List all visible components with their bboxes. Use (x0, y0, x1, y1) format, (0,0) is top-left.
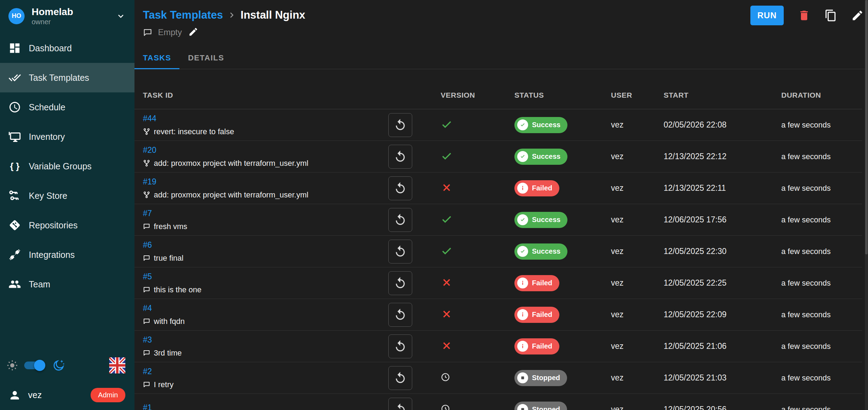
tab-label: TASKS (143, 53, 171, 63)
rerun-task-button[interactable] (388, 366, 412, 390)
task-id-link[interactable]: #5 (143, 272, 152, 281)
replay-icon (394, 150, 407, 163)
user-menu[interactable]: vez Admin (0, 380, 134, 410)
clock-icon (441, 372, 450, 382)
tab-details[interactable]: DETAILS (179, 47, 232, 69)
sidebar-item-inventory[interactable]: Inventory (0, 122, 134, 151)
task-duration: a few seconds (772, 215, 862, 224)
rerun-task-button[interactable] (388, 208, 412, 232)
copy-template-button[interactable] (824, 9, 837, 22)
task-start: 12/05/2025 22:09 (655, 310, 772, 319)
replay-icon (394, 340, 407, 353)
task-message: revert: insecure to false (154, 127, 234, 136)
comment-icon (143, 286, 150, 293)
replay-icon (394, 213, 407, 227)
sidebar-item-label: Variable Groups (29, 161, 92, 171)
check-icon (441, 213, 453, 225)
run-button[interactable]: RUN (750, 6, 784, 25)
task-id-link[interactable]: #19 (143, 177, 156, 187)
task-id-link[interactable]: #44 (143, 114, 156, 123)
status-badge: Failed (514, 180, 559, 196)
tab-tasks[interactable]: TASKS (134, 47, 179, 69)
delete-template-button[interactable] (798, 9, 810, 22)
cross-icon (441, 340, 453, 352)
status-badge: Failed (514, 338, 559, 354)
sidebar-item-variable-groups[interactable]: Variable Groups (0, 151, 134, 181)
task-user: vez (602, 215, 655, 224)
task-duration: a few seconds (772, 247, 862, 256)
sidebar-item-schedule[interactable]: Schedule (0, 92, 134, 122)
rerun-task-button[interactable] (388, 176, 412, 200)
chevron-down-icon (116, 11, 126, 21)
column-header-version: VERSION (432, 91, 506, 99)
project-switcher[interactable]: HO Homelab owner (0, 0, 134, 32)
status-badge: Success (514, 149, 567, 165)
theme-toggle[interactable] (24, 362, 44, 369)
check-icon (441, 118, 453, 130)
sidebar-item-label: Repositories (29, 220, 78, 230)
column-header-user: USER (602, 91, 655, 99)
rerun-task-button[interactable] (388, 271, 412, 295)
task-message: I retry (154, 380, 173, 389)
rerun-task-button[interactable] (388, 145, 412, 169)
git-branch-icon (143, 160, 150, 167)
edit-description-button[interactable] (188, 27, 198, 38)
column-header-task-id: TASK ID (134, 91, 379, 99)
rerun-task-button[interactable] (388, 334, 412, 358)
status-badge: Success (514, 117, 567, 133)
task-user: vez (602, 278, 655, 288)
cross-icon (441, 308, 453, 320)
check-icon (441, 150, 453, 162)
schedule-icon (8, 101, 21, 113)
description-text: Empty (158, 27, 182, 37)
table-row: #20 add: proxmox project with terraform_… (134, 141, 862, 173)
status-label: Success (532, 247, 560, 255)
table-body: #44 revert: insecure to false Success ve… (134, 109, 862, 410)
comment-icon (143, 381, 150, 388)
keys-icon (8, 189, 21, 202)
task-user: vez (602, 405, 655, 410)
status-label: Failed (532, 184, 552, 192)
rerun-task-button[interactable] (388, 113, 412, 137)
task-id-link[interactable]: #4 (143, 304, 152, 313)
uk-flag-icon[interactable] (109, 357, 125, 373)
cross-icon (441, 182, 453, 194)
sidebar: HO Homelab owner Dashboard Task Template… (0, 0, 134, 410)
task-id-link[interactable]: #3 (143, 335, 152, 345)
column-header-status: STATUS (506, 91, 602, 99)
main-content: Task Templates Install Nginx Empty RUN T… (134, 0, 868, 410)
cross-icon (441, 276, 453, 288)
task-user: vez (602, 183, 655, 193)
sidebar-item-task-templates[interactable]: Task Templates (0, 63, 134, 92)
edit-template-button[interactable] (851, 9, 864, 22)
sidebar-item-integrations[interactable]: Integrations (0, 240, 134, 269)
task-id-link[interactable]: #20 (143, 145, 156, 155)
trash-icon (798, 9, 810, 22)
scrollbar (865, 0, 868, 410)
monitor-icon (8, 130, 21, 143)
sidebar-item-dashboard[interactable]: Dashboard (0, 33, 134, 63)
task-id-link[interactable]: #7 (143, 209, 152, 218)
status-badge: Success (514, 212, 567, 228)
status-label: Failed (532, 279, 552, 287)
rerun-task-button[interactable] (388, 303, 412, 327)
sidebar-item-repositories[interactable]: Repositories (0, 210, 134, 240)
task-start: 12/05/2025 22:25 (655, 278, 772, 288)
breadcrumb-task-templates-link[interactable]: Task Templates (143, 9, 223, 21)
rerun-task-button[interactable] (388, 240, 412, 263)
sidebar-item-label: Task Templates (29, 73, 89, 83)
task-id-link[interactable]: #2 (143, 367, 152, 376)
task-user: vez (602, 120, 655, 130)
table-row: #5 this is the one Failed vez 12/05/2025… (134, 267, 862, 299)
task-id-link[interactable]: #1 (143, 403, 152, 410)
comment-icon (143, 349, 150, 357)
sidebar-item-key-store[interactable]: Key Store (0, 181, 134, 210)
sidebar-item-label: Dashboard (29, 43, 72, 53)
sidebar-item-team[interactable]: Team (0, 269, 134, 299)
scrollbar-thumb[interactable] (865, 0, 868, 254)
replay-icon (394, 245, 407, 258)
rerun-task-button[interactable] (388, 398, 412, 410)
task-id-link[interactable]: #6 (143, 240, 152, 250)
status-badge: Success (514, 243, 567, 260)
task-start: 12/05/2025 20:56 (655, 405, 772, 410)
